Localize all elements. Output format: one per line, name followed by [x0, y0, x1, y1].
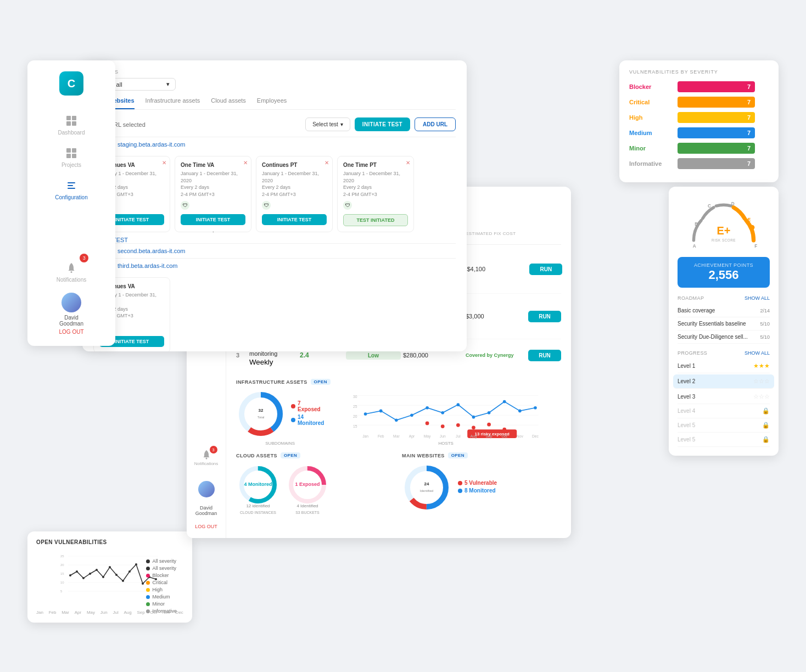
svg-text:Jul: Jul — [456, 434, 461, 438]
progress-level-3: Level 3 ☆☆☆ — [678, 390, 770, 404]
add-url-button[interactable]: ADD URL — [415, 117, 456, 131]
tab-infrastructure-assets[interactable]: Infrastructure assets — [145, 97, 200, 109]
roadmap-header: ROADMAP SHOW ALL — [678, 295, 770, 301]
close-icon[interactable]: ✕ — [243, 160, 248, 166]
lock-icon-4: 🔒 — [762, 407, 770, 415]
svg-point-31 — [364, 412, 367, 416]
svg-text:5: 5 — [60, 590, 63, 593]
sidebar-item-projects[interactable]: Projects — [27, 141, 115, 173]
svg-point-34 — [410, 413, 413, 417]
run-btn-1[interactable]: RUN — [529, 264, 562, 275]
tab-nav: Main websites Infrastructure assets Clou… — [93, 97, 456, 110]
action-buttons: Select test ▾ INITIATE TEST ADD URL — [305, 117, 456, 131]
initiate-test-btn-2[interactable]: INITIATE TEST — [181, 214, 245, 225]
svg-text:Apr: Apr — [409, 434, 415, 439]
svg-text:May: May — [424, 434, 431, 439]
svg-point-47 — [488, 423, 491, 427]
svg-point-43 — [426, 422, 429, 425]
vuln-row-informative: Informative 7 — [629, 158, 769, 169]
svg-point-98 — [115, 574, 117, 576]
stars-level3: ☆☆☆ — [753, 393, 770, 400]
dash-avatar — [198, 481, 215, 497]
progress-title: PROGRESS — [678, 350, 707, 356]
svg-text:20: 20 — [353, 415, 357, 418]
run-btn-3[interactable]: RUN — [528, 350, 561, 361]
svg-text:Feb: Feb — [378, 434, 384, 438]
roadmap-item-3: Security Due-Diligence sell... 5/10 — [678, 331, 770, 344]
progress-show-all[interactable]: SHOW ALL — [745, 350, 770, 356]
svg-point-80 — [749, 225, 754, 230]
svg-text:Jan: Jan — [362, 434, 368, 438]
progress-level-2: Level 2 ☆☆☆ — [673, 374, 774, 389]
close-icon[interactable]: ✕ — [324, 160, 329, 166]
vuln-legend: All severity All severity Blocker Critic… — [146, 558, 177, 615]
initiate-test-button[interactable]: INITIATE TEST — [355, 117, 410, 131]
subdomains-label: SUBDOMAINS — [236, 441, 324, 446]
select-test-button[interactable]: Select test ▾ — [305, 117, 350, 131]
risk-score-panel: A B C D E F E+ RISK SCORE ACHIEVEMENT PO… — [669, 187, 779, 456]
svg-point-40 — [503, 400, 506, 404]
svg-text:Oct: Oct — [502, 434, 508, 438]
svg-point-33 — [395, 418, 398, 422]
svg-point-91 — [69, 574, 71, 576]
svg-rect-1 — [72, 148, 76, 153]
svg-point-41 — [518, 410, 522, 413]
svg-text:Aug: Aug — [471, 434, 477, 439]
add-test-link[interactable]: + ADD TEST — [93, 237, 456, 243]
svg-point-4 — [71, 271, 72, 273]
stars-level1: ★★★ — [753, 362, 770, 369]
svg-text:E: E — [748, 217, 751, 222]
sidebar-item-dashboard[interactable]: Dashboard — [27, 109, 115, 141]
bottom-charts-row: CLOUD ASSETS OPEN 4 Monitored 12 identif… — [236, 452, 561, 514]
svg-text:24: 24 — [424, 481, 429, 486]
tab-employees[interactable]: Employees — [257, 97, 287, 109]
close-icon[interactable]: ✕ — [406, 160, 410, 166]
notif-badge-dash: 3 — [210, 446, 217, 453]
sidebar-panel: C Dashboard Projects — [27, 60, 115, 346]
initiate-test-btn-3[interactable]: INITIATE TEST — [262, 214, 327, 225]
infra-section: INFRASTRUCTURE ASSETS OPEN 32 Total — [236, 379, 561, 446]
test-card-one-time-va: ✕ One Time VA January 1 - December 31, 2… — [175, 156, 251, 232]
svg-text:25: 25 — [353, 405, 357, 408]
svg-text:D: D — [731, 201, 735, 206]
roadmap-show-all[interactable]: SHOW ALL — [745, 295, 770, 301]
vuln-row-blocker: Blocker 7 — [629, 81, 769, 92]
tab-cloud-assets[interactable]: Cloud assets — [211, 97, 246, 109]
sidebar-item-notifications[interactable]: 3 Notifications — [57, 256, 86, 288]
domains-label: DOMAINS — [93, 69, 456, 75]
achievement-label: ACHIEVEMENT POINTS — [685, 262, 762, 268]
test-initiated-btn-4: TEST INITIATED — [343, 214, 408, 226]
bell-icon — [64, 261, 79, 275]
svg-point-42 — [534, 406, 537, 410]
vuln-row-critical: Critical 7 — [629, 97, 769, 108]
progress-level-4: Level 4 🔒 — [678, 404, 770, 418]
sidebar-logo: C — [59, 71, 83, 96]
svg-point-101 — [135, 563, 137, 565]
svg-text:Mar: Mar — [393, 434, 400, 438]
dash-sidebar-notif[interactable]: 3 Notifications — [194, 446, 219, 470]
subdomains-donut: 32 Total — [236, 389, 286, 439]
svg-rect-2 — [66, 154, 71, 158]
close-icon[interactable]: ✕ — [162, 160, 166, 166]
run-btn-2[interactable]: RUN — [528, 311, 561, 322]
test-card-one-time-pt: ✕ One Time PT January 1 - December 31, 2… — [337, 156, 414, 232]
dash-user-name: DavidGoodman — [195, 505, 217, 516]
url-row-staging: ✕ staging.beta.ardas-it.com — [93, 137, 456, 152]
dash-logout[interactable]: LOG OUT — [195, 524, 217, 529]
svg-text:C: C — [708, 204, 711, 209]
main-websites-donut: 24 Identified — [402, 463, 451, 512]
subdomains-chart: 32 Total 7 Exposed 14 Monitor — [236, 389, 324, 446]
infra-charts-row: 32 Total 7 Exposed 14 Monitor — [236, 389, 561, 446]
hosts-line-chart: 30 25 20 15 — [331, 389, 561, 439]
url-text-staging: staging.beta.ardas-it.com — [117, 141, 186, 148]
sidebar-item-configuration[interactable]: Configuration — [27, 173, 115, 206]
stars-level2: ☆☆☆ — [753, 378, 770, 385]
logout-button[interactable]: LOG OUT — [59, 329, 83, 335]
shield-icon: 🛡 — [343, 201, 352, 210]
open-vulnerabilities-panel: OPEN VULNERABILITIES All severity All se… — [27, 531, 192, 623]
main-websites-section: MAIN WEBSITES OPEN 24 Identified — [402, 452, 561, 514]
roadmap-title: ROADMAP — [678, 295, 704, 301]
lock-icon-5: 🔒 — [762, 422, 770, 429]
selection-bar: ✕ 3 URL selected Select test ▾ INITIATE … — [93, 117, 456, 131]
svg-text:Nov: Nov — [517, 434, 524, 438]
